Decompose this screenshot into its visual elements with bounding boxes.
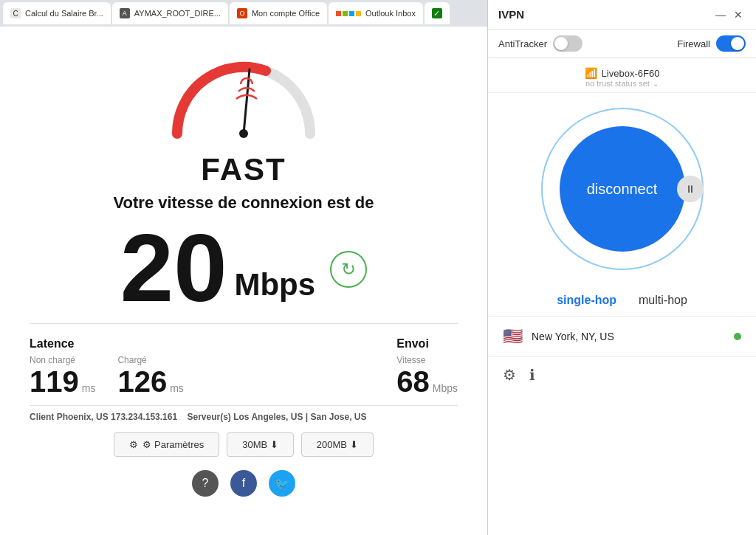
antitracker-label: AntiTracker [498,38,547,49]
ivpn-network: 📶 Livebox-6F60 no trust status set ⌄ [488,58,756,93]
ivpn-footer: ⚙ ℹ [488,357,756,393]
stats-row: Latence Non chargé 119 ms Chargé 126 ms [30,323,458,396]
upload-speed: Vitesse 68 Mbps [396,355,458,396]
latency-loaded-value: 126 [117,367,167,396]
upload-speed-value: 68 [396,367,430,396]
latency-title: Latence [30,337,184,351]
minimize-button[interactable]: — [713,7,728,22]
pause-icon: ⏸ [685,183,695,195]
chevron-down-icon: ⌄ [653,80,659,88]
params-button[interactable]: ⚙ ⚙ Paramètres [114,432,219,457]
antitracker-knob [554,37,568,50]
server-name: New York, NY, US [532,331,725,342]
wifi-icon: 📶 [585,67,597,79]
tab-calcul[interactable]: C Calcul du Salaire Br... [3,2,111,24]
ivpn-panel: IVPN — ✕ AntiTracker Firewall 📶 Livebox-… [487,0,756,535]
latency-items: Non chargé 119 ms Chargé 126 ms [30,355,184,396]
speed-display: 20 Mbps [120,220,315,316]
server-row[interactable]: 🇺🇸 New York, NY, US [488,317,756,357]
download-label: 30MB ⬇ [242,439,278,450]
latency-unloaded-unit: ms [82,382,96,394]
info-icon[interactable]: ℹ [529,366,535,384]
social-bar: ? f 🐦 [192,470,295,497]
latency-group: Latence Non chargé 119 ms Chargé 126 ms [30,337,184,396]
hop-tabs: single-hop multi-hop [488,285,756,317]
tab-aymax[interactable]: A AYMAX_ROOT_DIRE... [112,2,228,24]
tab-outlook-label: Outlouk Inbox [365,9,416,18]
tab-calcul-label: Calcul du Salaire Br... [25,9,103,18]
latency-loaded: Chargé 126 ms [117,355,183,396]
network-name-row: 📶 Livebox-6F60 [585,67,660,79]
fast-logo: FAST [201,152,286,187]
trust-status[interactable]: no trust status set ⌄ [585,79,659,88]
latency-loaded-unit: ms [170,382,184,394]
ivpn-title: IVPN [498,8,710,21]
svg-point-1 [239,129,248,138]
outer-ring: disconnect ⏸ [541,108,704,270]
refresh-icon: ↻ [341,259,356,280]
servers-value: Los Angeles, US | San Jose, US [233,412,366,422]
multi-hop-tab[interactable]: multi-hop [639,294,687,307]
tab-office[interactable]: O Mon compte Office [230,2,327,24]
server-status-dot [734,333,741,340]
speed-description: Votre vitesse de connexion est de [114,193,374,213]
fast-logo-text: FAST [201,152,286,187]
firewall-knob [731,37,744,50]
ivpn-controls: AntiTracker Firewall [488,30,756,58]
upload-label: 200MB ⬇ [317,439,358,450]
settings-icon[interactable]: ⚙ [503,366,516,384]
disconnect-label: disconnect [587,181,658,198]
firewall-label: Firewall [677,38,710,49]
upload-title: Envoi [396,337,458,351]
speed-value: 20 [120,220,227,316]
upload-speed-label: Vitesse [396,355,458,365]
pause-button[interactable]: ⏸ [677,176,704,202]
latency-unloaded: Non chargé 119 ms [30,355,95,396]
help-button[interactable]: ? [192,470,219,497]
upload-speed-unit: Mbps [433,382,458,394]
twitter-button[interactable]: 🐦 [269,470,295,497]
tab-check[interactable]: ✓ [425,2,450,24]
upload-items: Vitesse 68 Mbps [396,355,458,396]
speed-unit: Mbps [234,267,315,303]
latency-unloaded-value: 119 [30,367,79,396]
ivpn-titlebar: IVPN — ✕ [488,0,756,30]
client-label: Client [30,412,54,422]
tabs-bar: C Calcul du Salaire Br... A AYMAX_ROOT_D… [0,0,487,27]
client-value: Phoenix, US 173.234.153.161 [57,412,177,422]
facebook-button[interactable]: f [230,470,257,497]
network-name: Livebox-6F60 [602,68,660,79]
tab-outlook[interactable]: Outlouk Inbox [329,2,423,24]
latency-unloaded-label: Non chargé [30,355,95,365]
params-label: ⚙ Paramètres [142,439,204,450]
bottom-bar: ⚙ ⚙ Paramètres 30MB ⬇ 200MB ⬇ [30,432,458,457]
settings-icon: ⚙ [129,439,138,450]
client-info: Client Phoenix, US 173.234.153.161 Serve… [30,405,458,422]
speedometer [162,49,325,145]
speedtest-panel: FAST Votre vitesse de connexion est de 2… [0,27,487,535]
close-button[interactable]: ✕ [731,7,746,22]
download-size-button[interactable]: 30MB ⬇ [227,432,294,457]
refresh-button[interactable]: ↻ [330,251,367,288]
disconnect-button[interactable]: disconnect [560,126,685,252]
tab-aymax-label: AYMAX_ROOT_DIRE... [134,9,221,18]
latency-loaded-label: Chargé [117,355,183,365]
single-hop-tab[interactable]: single-hop [557,294,616,307]
antitracker-toggle[interactable] [553,35,583,52]
upload-size-button[interactable]: 200MB ⬇ [301,432,374,457]
firewall-toggle[interactable] [716,35,746,52]
servers-label: Serveur(s) [187,412,230,422]
upload-group: Envoi Vitesse 68 Mbps [396,337,458,396]
server-flag: 🇺🇸 [503,327,523,346]
tab-office-label: Mon compte Office [252,9,320,18]
trust-status-text: no trust status set [585,79,650,88]
ivpn-circle-area: disconnect ⏸ [488,93,756,285]
